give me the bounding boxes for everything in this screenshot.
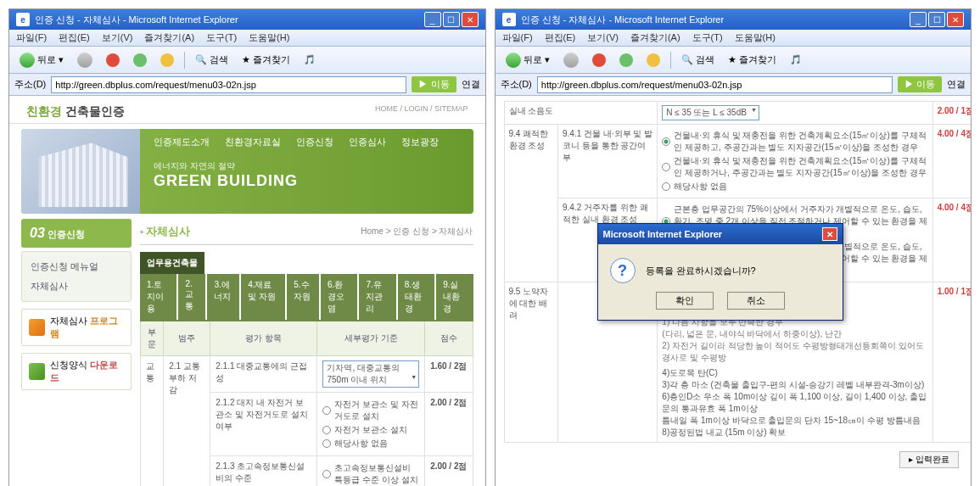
refresh-icon <box>133 53 147 67</box>
section-code: 9.5 노약자에 대한 배려 <box>504 282 558 443</box>
go-button[interactable]: ▶ 이동 <box>412 76 456 92</box>
menu-view[interactable]: 보기(V) <box>102 31 133 44</box>
window-title: 인증 신청 - 자체심사 - Microsoft Internet Explor… <box>521 14 725 26</box>
menu-fav[interactable]: 즐겨찾기(A) <box>630 31 680 44</box>
item-code: 9.4.1 건물 내·외부 및 발코니 등을 통한 공간여부 <box>558 125 658 198</box>
leftnav-item[interactable]: 자체심사 <box>22 277 131 296</box>
favorites-button[interactable]: ★ 즐겨찾기 <box>723 52 781 68</box>
nav-item[interactable]: 정보광장 <box>401 136 439 148</box>
home-icon <box>647 53 660 67</box>
stop-icon <box>106 53 120 67</box>
back-button[interactable]: 뒤로 ▾ <box>501 51 555 70</box>
minimize-button[interactable]: _ <box>424 12 441 27</box>
home-button[interactable] <box>155 52 179 69</box>
search-button[interactable]: 🔍 검색 <box>190 52 233 68</box>
radio-option[interactable] <box>322 470 331 478</box>
dialog-cancel-button[interactable]: 취소 <box>727 292 785 310</box>
menu-tools[interactable]: 도구(T) <box>206 31 237 44</box>
toolbar: 뒤로 ▾ 🔍 검색 ★ 즐겨찾기 🎵 <box>496 47 972 74</box>
menu-file[interactable]: 파일(F) <box>502 31 533 44</box>
tab-item[interactable]: 7.유지관리 <box>359 274 395 320</box>
menu-help[interactable]: 도움말(H) <box>735 31 776 44</box>
back-icon <box>20 53 35 68</box>
section-code: 9.4 쾌적한 환경 조성 <box>504 125 558 282</box>
score-value: 2.00 / 2점 <box>425 456 473 487</box>
self-review-program-button[interactable]: 자체심사 프로그램 <box>21 309 132 346</box>
stop-button[interactable] <box>587 52 611 69</box>
subcat-cell: 2.1 교통부하 저감 <box>164 356 210 487</box>
forward-button[interactable] <box>72 51 98 70</box>
radio-option[interactable] <box>662 163 670 171</box>
dialog-close-button[interactable]: ✕ <box>822 227 837 241</box>
menu-tools[interactable]: 도구(T) <box>692 31 723 44</box>
refresh-button[interactable] <box>128 52 152 69</box>
criteria-dropdown[interactable]: N ≤ 35 또는 L ≤ 35dB <box>662 105 759 120</box>
favorites-button[interactable]: ★ 즐겨찾기 <box>237 52 295 68</box>
nav-item[interactable]: 인증제도소개 <box>154 136 210 148</box>
header-prefix: 친환경 <box>26 104 62 120</box>
tab-item[interactable]: 5.수자원 <box>287 274 319 320</box>
close-button[interactable]: ✕ <box>462 12 479 27</box>
prior-dropdown: N ≤ 35 또는 L ≤ 35dB <box>658 102 932 125</box>
confirm-dialog: Microsoft Internet Explorer ✕ ? 등록을 완료하시… <box>597 223 843 321</box>
links-label[interactable]: 연결 <box>947 78 966 91</box>
tab-item[interactable]: 8.생태환경 <box>398 274 434 320</box>
back-button[interactable]: 뒤로 ▾ <box>14 51 69 70</box>
form-download-button[interactable]: 신청양식 다운로드 <box>21 353 132 390</box>
close-button[interactable]: ✕ <box>947 12 964 27</box>
list-item: 8)공정된법 내교 (15m 이상) 확보 <box>662 427 927 439</box>
nav-item[interactable]: 친환경자료실 <box>225 136 281 148</box>
tab-item[interactable]: 6.환경오염 <box>321 274 357 320</box>
links-label[interactable]: 연결 <box>462 78 480 91</box>
address-input[interactable] <box>51 76 406 93</box>
media-button[interactable]: 🎵 <box>299 53 321 67</box>
tab-item[interactable]: 2.교통 <box>178 274 205 320</box>
main-title: 자체심사 <box>146 225 190 237</box>
menu-fav[interactable]: 즐겨찾기(A) <box>144 31 194 44</box>
tab-item[interactable]: 9.실내환경 <box>436 274 473 320</box>
dialog-ok-button[interactable]: 확인 <box>656 292 714 310</box>
leftnav-header: 03 인증신청 <box>21 219 132 248</box>
th-item: 평가 항목 <box>210 321 317 356</box>
search-button[interactable]: 🔍 검색 <box>676 52 720 68</box>
maximize-button[interactable]: ☐ <box>928 12 945 27</box>
tab-item[interactable]: 3.에너지 <box>207 274 239 320</box>
home-button[interactable] <box>641 52 665 69</box>
tab-item[interactable]: 1.토지이용 <box>140 274 176 320</box>
radio-option[interactable] <box>662 137 670 146</box>
go-button[interactable]: ▶ 이동 <box>898 76 942 92</box>
forward-button[interactable] <box>558 51 584 70</box>
menu-file[interactable]: 파일(F) <box>16 31 47 44</box>
refresh-icon <box>619 53 633 67</box>
nav-item[interactable]: 인증신청 <box>296 136 333 148</box>
tab-item[interactable]: 4.재료 및 자원 <box>241 274 285 320</box>
refresh-button[interactable] <box>614 52 638 69</box>
menu-edit[interactable]: 편집(E) <box>545 31 576 44</box>
radio-option[interactable] <box>322 426 331 434</box>
stop-button[interactable] <box>101 52 125 69</box>
criteria-dropdown[interactable]: 기차역, 대중교통의 750m 이내 위치 <box>322 360 419 388</box>
forward-icon <box>77 53 92 68</box>
window-titlebar: e 인증 신청 - 자체심사 - Microsoft Internet Expl… <box>9 9 485 30</box>
menu-help[interactable]: 도움말(H) <box>249 31 289 44</box>
th-cat: 부문 <box>141 321 164 356</box>
item-code: 2.1.1 대중교통에의 근접성 <box>210 356 317 393</box>
media-button[interactable]: 🎵 <box>785 53 807 67</box>
radio-option[interactable] <box>322 439 331 448</box>
nav-item[interactable]: 인증심사 <box>349 136 386 148</box>
menu-view[interactable]: 보기(V) <box>587 31 619 44</box>
maximize-button[interactable]: ☐ <box>443 12 460 27</box>
menu-edit[interactable]: 편집(E) <box>59 31 90 44</box>
top-right-links[interactable]: HOME / LOGIN / SITEMAP <box>375 104 468 120</box>
minimize-button[interactable]: _ <box>910 12 927 27</box>
leftnav-item[interactable]: 인증신청 메뉴얼 <box>22 257 131 277</box>
radio-option[interactable] <box>322 406 331 415</box>
address-input[interactable] <box>537 76 893 93</box>
leftnav-number: 03 <box>30 226 45 240</box>
radio-option[interactable] <box>662 182 670 191</box>
home-icon <box>160 53 174 67</box>
list-item: 4)도로목 탄(C) <box>662 367 927 379</box>
question-icon: ? <box>610 258 636 283</box>
submit-button[interactable]: ▸ 입력완료 <box>899 451 959 468</box>
address-label: 주소(D) <box>501 78 532 91</box>
